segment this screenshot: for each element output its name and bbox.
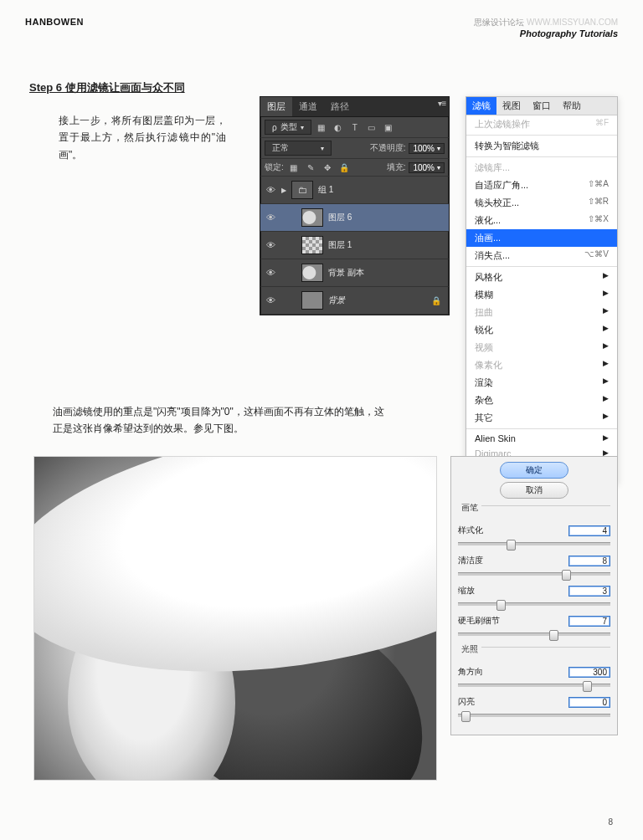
layer-label: 背景 副本	[328, 267, 364, 279]
menu-tab-filter[interactable]: 滤镜	[466, 97, 496, 115]
menu-last-filter: 上次滤镜操作⌘F	[466, 115, 617, 133]
layer-bg-copy[interactable]: 👁 背景 副本	[260, 259, 449, 287]
opacity-field[interactable]: 100%▾	[409, 143, 445, 154]
layer-thumbnail	[301, 236, 323, 254]
group-brush: 画笔	[458, 505, 610, 521]
tutorial-title: Photography Tutorials	[520, 28, 618, 38]
menu-tab-help[interactable]: 帮助	[557, 97, 587, 115]
layer-thumbnail	[301, 264, 323, 282]
menu-other[interactable]: 其它▶	[466, 409, 617, 427]
fill-field[interactable]: 100%▾	[409, 162, 445, 173]
value-scale[interactable]: 3	[568, 586, 610, 597]
oil-options-panel: 确定 取消 画笔 样式化4 清洁度8 缩放3 硬毛刷细节7 光照 角方向300 …	[450, 456, 618, 735]
value-shine[interactable]: 0	[568, 697, 610, 708]
menu-pixelate: 像素化▶	[466, 356, 617, 374]
slider-shine[interactable]	[458, 709, 610, 721]
menu-noise[interactable]: 杂色▶	[466, 392, 617, 409]
layer-1[interactable]: 👁 图层 1	[260, 232, 449, 259]
tab-layers[interactable]: 图层	[260, 97, 292, 116]
visibility-icon[interactable]: 👁	[265, 185, 276, 195]
ok-button[interactable]: 确定	[500, 462, 568, 479]
brand: HANBOWEN	[25, 17, 84, 38]
menu-wide[interactable]: 自适应广角...⇧⌘A	[466, 177, 617, 194]
lock-position-icon[interactable]: ✥	[321, 161, 334, 173]
page-number: 8	[608, 817, 613, 827]
tab-channels[interactable]: 通道	[292, 97, 324, 116]
layer-thumbnail	[301, 291, 323, 310]
value-detail[interactable]: 7	[568, 616, 610, 627]
filter-image-icon[interactable]: ▦	[315, 121, 328, 133]
lock-transparent-icon[interactable]: ▦	[287, 161, 301, 173]
layers-panel: 图层 通道 路径 ▾≡ ρ 类型 ▾ ▦ ◐ T ▭ ▣ 正常 ▾ 不透明度: …	[260, 96, 450, 315]
tab-paths[interactable]: 路径	[324, 97, 356, 116]
layer-label: 组 1	[318, 184, 333, 196]
forum: 思缘设计论坛	[474, 18, 524, 27]
slider-detail[interactable]	[458, 628, 610, 640]
layer-label: 背景	[328, 295, 345, 306]
menu-sharpen[interactable]: 锐化▶	[466, 321, 617, 339]
filter-menu: 滤镜 视图 窗口 帮助 上次滤镜操作⌘F 转换为智能滤镜 滤镜库... 自适应广…	[466, 96, 618, 484]
layer-group[interactable]: 👁 ▶ 🗀 组 1	[260, 177, 449, 204]
menu-liquefy[interactable]: 液化...⇧⌘X	[466, 212, 617, 229]
menu-alien[interactable]: Alien Skin▶	[466, 431, 617, 446]
lock-pixels-icon[interactable]: ✎	[304, 161, 317, 173]
menu-distort: 扭曲▶	[466, 304, 617, 321]
menu-smart[interactable]: 转换为智能滤镜	[466, 137, 617, 155]
lock-label: 锁定:	[265, 161, 284, 173]
visibility-icon[interactable]: 👁	[265, 295, 276, 305]
slider-clean[interactable]	[458, 568, 610, 580]
visibility-icon[interactable]: 👁	[265, 268, 276, 278]
filter-smart-icon[interactable]: ▣	[382, 121, 395, 133]
label-angle: 角方向	[458, 666, 504, 678]
layer-label: 图层 6	[328, 212, 352, 223]
label-detail: 硬毛刷细节	[458, 615, 504, 627]
folder-icon: 🗀	[291, 181, 313, 199]
value-stylize[interactable]: 4	[568, 525, 610, 536]
filter-shape-icon[interactable]: ▭	[365, 121, 378, 133]
slider-scale[interactable]	[458, 598, 610, 610]
value-angle[interactable]: 300	[568, 667, 610, 678]
blend-mode-dropdown[interactable]: 正常 ▾	[265, 141, 332, 156]
label-stylize: 样式化	[458, 525, 504, 536]
filter-text-icon[interactable]: T	[348, 121, 362, 133]
group-light: 光照	[458, 647, 610, 663]
label-clean: 清洁度	[458, 555, 504, 566]
menu-stylize[interactable]: 风格化▶	[466, 269, 617, 286]
slider-angle[interactable]	[458, 679, 610, 691]
menu-vanish[interactable]: 消失点...⌥⌘V	[466, 247, 617, 264]
layer-6[interactable]: 👁 图层 6	[260, 204, 449, 232]
step-heading: Step 6 使用滤镜让画面与众不同	[29, 80, 643, 95]
menu-tab-window[interactable]: 窗口	[527, 97, 557, 115]
opacity-label: 不透明度:	[370, 142, 406, 154]
label-scale: 缩放	[458, 585, 504, 597]
label-shine: 闪亮	[458, 696, 504, 708]
panel-menu-icon[interactable]: ▾≡	[435, 97, 449, 109]
filter-kind-dropdown[interactable]: ρ 类型 ▾	[265, 120, 311, 135]
menu-lens[interactable]: 镜头校正...⇧⌘R	[466, 194, 617, 212]
cancel-button[interactable]: 取消	[500, 482, 568, 499]
result-photo	[33, 456, 437, 781]
menu-gallery: 滤镜库...	[466, 159, 617, 177]
menu-blur[interactable]: 模糊▶	[466, 286, 617, 304]
chevron-right-icon[interactable]: ▶	[281, 187, 286, 194]
slider-stylize[interactable]	[458, 538, 610, 550]
menu-render[interactable]: 渲染▶	[466, 374, 617, 392]
fill-label: 填充:	[387, 161, 406, 173]
site-url: WWW.MISSYUAN.COM	[527, 18, 618, 27]
layer-background[interactable]: 👁 背景 🔒	[260, 287, 449, 315]
page-header-right: 思缘设计论坛 WWW.MISSYUAN.COM Photography Tuto…	[474, 17, 618, 38]
menu-oil[interactable]: 油画...	[466, 229, 617, 247]
value-clean[interactable]: 8	[568, 556, 610, 566]
layer-label: 图层 1	[328, 239, 352, 251]
intro-paragraph: 接上一步，将所有图层盖印为一层，置于最上方，然后执行滤镜中的"油画"。	[59, 112, 226, 163]
lock-all-icon[interactable]: 🔒	[337, 161, 351, 173]
menu-video: 视频▶	[466, 339, 617, 356]
visibility-icon[interactable]: 👁	[265, 240, 276, 250]
visibility-icon[interactable]: 👁	[265, 213, 276, 223]
lock-icon: 🔒	[431, 296, 445, 305]
filter-adjust-icon[interactable]: ◐	[332, 121, 345, 133]
menu-tab-view[interactable]: 视图	[496, 97, 527, 115]
paragraph-oil-note: 油画滤镜使用的重点是"闪亮"项目降为"0"，这样画面不再有立体的笔触，这正是这张…	[53, 403, 388, 438]
layer-thumbnail	[301, 208, 323, 227]
